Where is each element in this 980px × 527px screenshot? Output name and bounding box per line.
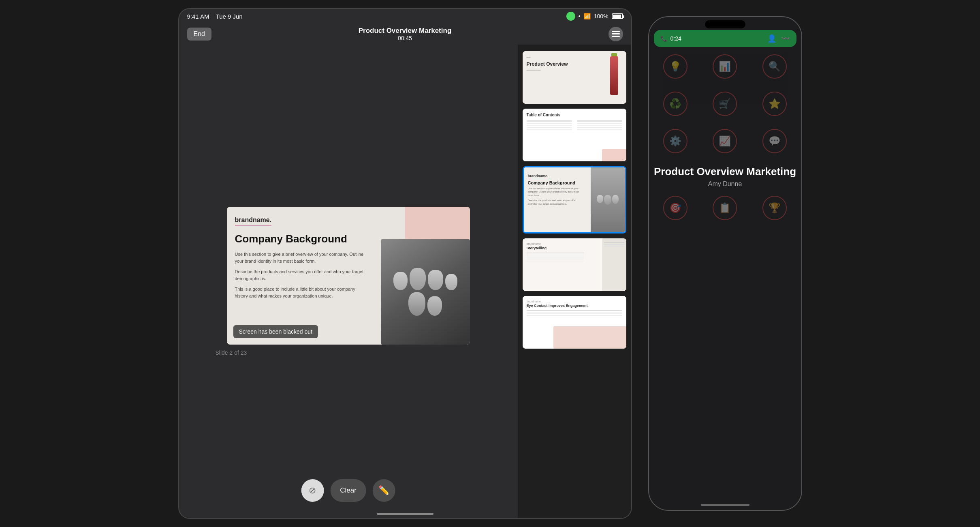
thumb-3-brand: brandname. bbox=[528, 174, 549, 179]
slide-content-right bbox=[377, 207, 470, 345]
presentation-toolbar: End Product Overview Marketing 00:45 bbox=[179, 24, 631, 45]
battery-icon bbox=[612, 13, 623, 19]
waveform-icon: 〰️ bbox=[781, 34, 790, 43]
svg-rect-1 bbox=[612, 33, 620, 34]
home-indicator bbox=[377, 513, 433, 515]
slides-toggle-button[interactable] bbox=[608, 27, 623, 41]
status-time: 9:41 AM bbox=[187, 13, 209, 20]
bg-icon-4: ♻️ bbox=[657, 92, 694, 116]
battery-label: 100% bbox=[594, 13, 608, 19]
bg-icon-1: 💡 bbox=[657, 54, 694, 79]
laser-pointer-button[interactable]: ⊘ bbox=[301, 479, 324, 502]
status-bar: 9:41 AM Tue 9 Jun • 📶 100% bbox=[179, 9, 631, 24]
status-left: 9:41 AM Tue 9 Jun bbox=[187, 13, 243, 20]
slide-thumbnail-5[interactable]: brandname Eye Contact Improves Engagemen… bbox=[523, 296, 626, 349]
person-icon: 👤 bbox=[767, 34, 776, 43]
slide-thumbnail-2[interactable]: Table of Contents bbox=[523, 109, 626, 161]
slide-thumbnail-3[interactable]: brandname. Company Background Use this s… bbox=[523, 166, 626, 234]
slide-heading: Company Background bbox=[235, 233, 369, 245]
thumb-2-title: Table of Contents bbox=[527, 113, 622, 117]
laser-icon: ⊘ bbox=[309, 485, 316, 496]
bg-icon-2: 📊 bbox=[707, 54, 743, 79]
bg-icon-12: 🏆 bbox=[756, 196, 793, 220]
status-date: Tue 9 Jun bbox=[216, 13, 243, 20]
thumb-3-body: Use this section to give a brief overvie… bbox=[528, 187, 579, 197]
bg-icon-7: ⚙️ bbox=[657, 129, 694, 153]
call-controls: 👤 〰️ bbox=[767, 34, 790, 43]
svg-rect-0 bbox=[612, 31, 620, 32]
slide-body-3: This is a good place to include a little… bbox=[235, 286, 369, 299]
bottom-toolbar: ⊘ Clear ✏️ bbox=[301, 479, 395, 502]
iphone-home-indicator bbox=[701, 504, 749, 506]
toolbar-center: Product Overview Marketing 00:45 bbox=[359, 27, 452, 41]
toolbar-title: Product Overview Marketing bbox=[359, 27, 452, 35]
slides-panel: — Product Overview ————— Table of Conten… bbox=[518, 45, 631, 518]
caller-info: Product Overview Marketing Amy Dunne bbox=[649, 165, 801, 188]
guided-access-icon bbox=[566, 12, 575, 21]
slide-body-2: Describe the products and services you o… bbox=[235, 268, 369, 282]
slide-content-left: brandname. Company Background Use this s… bbox=[227, 207, 377, 345]
thumb-5-title: Eye Contact Improves Engagement bbox=[527, 304, 622, 308]
dot-separator: • bbox=[579, 13, 581, 19]
iphone-status-bar bbox=[649, 17, 801, 27]
blacked-out-banner: Screen has been blacked out bbox=[233, 325, 318, 338]
slide-body-1: Use this section to give a brief overvie… bbox=[235, 251, 369, 264]
bg-icon-10: 🎯 bbox=[657, 196, 694, 220]
pen-icon: ✏️ bbox=[378, 485, 389, 496]
end-button[interactable]: End bbox=[187, 28, 211, 41]
background-icons-grid: 💡 📊 🔍 ♻️ 🛒 ⭐ ⚙️ 📈 💬 bbox=[649, 50, 801, 157]
slide-area: brandname. Company Background Use this s… bbox=[179, 45, 518, 518]
slide-thumbnail-4[interactable]: brandname Storytelling bbox=[523, 238, 626, 291]
ipad-device: 9:41 AM Tue 9 Jun • 📶 100% End Product O… bbox=[178, 8, 632, 519]
svg-rect-2 bbox=[612, 36, 620, 37]
background-icons-grid-2: 🎯 📋 🏆 bbox=[649, 192, 801, 224]
wifi-icon: 📶 bbox=[584, 13, 591, 19]
call-timer-display: 0:24 bbox=[670, 35, 681, 42]
pen-button[interactable]: ✏️ bbox=[373, 479, 395, 502]
slide-counter: Slide 2 of 23 bbox=[216, 349, 247, 356]
caller-subtitle: Amy Dunne bbox=[649, 180, 801, 188]
caller-name: Product Overview Marketing bbox=[649, 165, 801, 178]
bg-icon-6: ⭐ bbox=[756, 92, 793, 116]
slide-thumbnail-1[interactable]: — Product Overview ————— bbox=[523, 51, 626, 104]
toolbar-timer: 00:45 bbox=[359, 35, 452, 41]
bg-icon-8: 📈 bbox=[707, 129, 743, 153]
status-right: • 📶 100% bbox=[566, 12, 623, 21]
iphone-device: 📞 0:24 👤 〰️ 💡 📊 🔍 ♻️ 🛒 ⭐ ⚙️ bbox=[648, 16, 802, 511]
phone-icon: 📞 bbox=[660, 35, 667, 42]
current-slide: brandname. Company Background Use this s… bbox=[227, 207, 470, 345]
call-bar[interactable]: 📞 0:24 👤 〰️ bbox=[654, 30, 796, 47]
bg-icon-9: 💬 bbox=[756, 129, 793, 153]
bg-icon-11: 📋 bbox=[707, 196, 743, 220]
main-content: brandname. Company Background Use this s… bbox=[179, 45, 631, 518]
bg-icon-3: 🔍 bbox=[756, 54, 793, 79]
slide-brand: brandname. bbox=[235, 216, 272, 226]
clear-button[interactable]: Clear bbox=[330, 479, 366, 502]
slide-image bbox=[381, 239, 470, 345]
iphone-notch bbox=[705, 20, 745, 28]
bg-icon-5: 🛒 bbox=[707, 92, 743, 116]
